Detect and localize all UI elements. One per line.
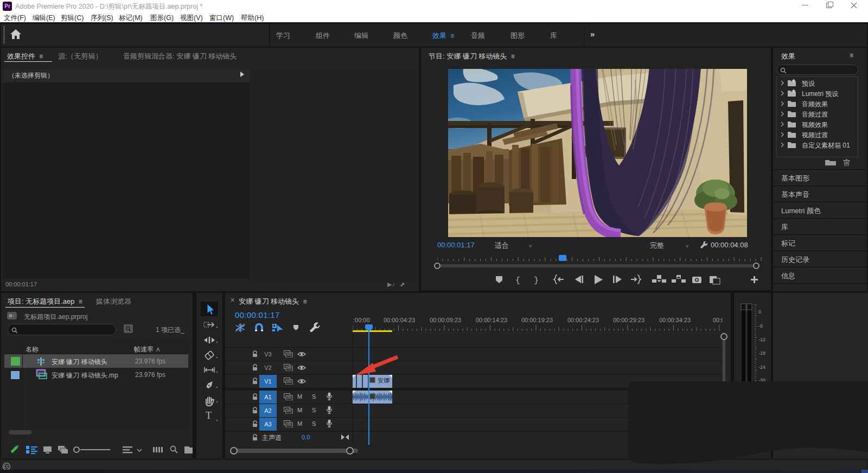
svg-text:{: { [515, 276, 520, 285]
svg-text:T: T [206, 410, 212, 421]
svg-text:-6: -6 [758, 323, 763, 329]
svg-text:-18: -18 [758, 350, 765, 356]
svg-text:-24: -24 [758, 365, 765, 370]
svg-text:0: 0 [758, 309, 761, 315]
svg-text:}: } [534, 276, 539, 285]
svg-text:-12: -12 [758, 337, 765, 342]
